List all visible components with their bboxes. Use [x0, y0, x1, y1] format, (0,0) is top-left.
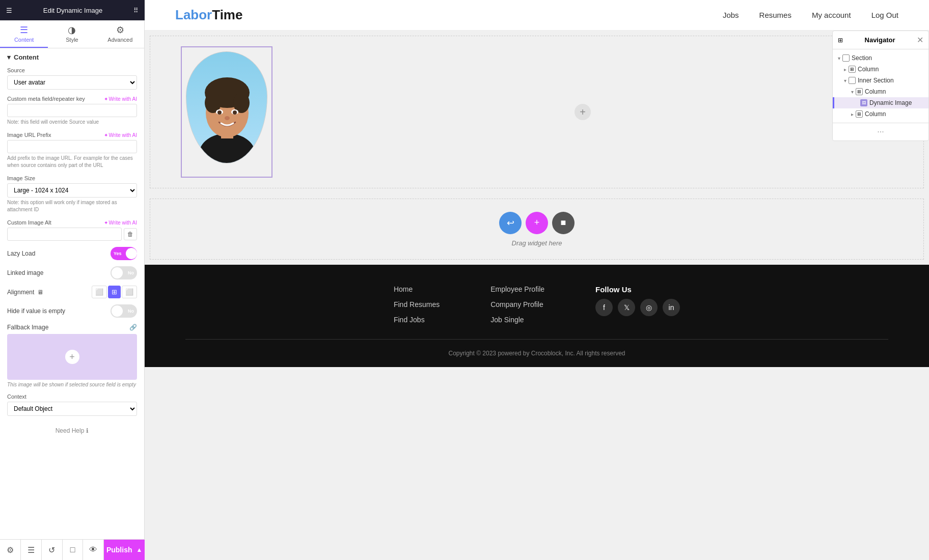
- navigator-more-button[interactable]: ···: [833, 123, 928, 141]
- footer-link-job-single[interactable]: Job Single: [490, 316, 544, 324]
- publish-chevron-icon: ▲: [136, 546, 142, 553]
- linked-image-knob: [112, 267, 123, 278]
- layers-bottom-button[interactable]: ☰: [21, 540, 42, 560]
- nav-item-column-1[interactable]: ▸ ⊞ Column: [833, 64, 928, 75]
- twitter-icon[interactable]: 𝕏: [618, 299, 635, 316]
- image-size-note: Note: this option will work only if imag…: [7, 199, 137, 213]
- context-label: Context: [7, 394, 137, 400]
- align-center-button[interactable]: ⊞: [108, 286, 121, 298]
- site-header: LaborTime Jobs Resumes My account Log Ou…: [145, 0, 929, 31]
- instagram-icon[interactable]: ◎: [640, 299, 658, 316]
- context-select[interactable]: Default Object Post User Term: [7, 402, 137, 416]
- upper-section: + ‹: [150, 36, 924, 188]
- custom-meta-input[interactable]: [7, 104, 137, 117]
- context-group: Context Default Object Post User Term: [7, 394, 137, 416]
- image-size-label: Image Size: [7, 175, 137, 181]
- advanced-tab-icon: ⚙: [116, 24, 124, 36]
- nav-resumes[interactable]: Resumes: [759, 11, 791, 19]
- upper-right: +: [272, 46, 893, 178]
- footer-link-home[interactable]: Home: [394, 285, 440, 293]
- navigator-close-button[interactable]: ✕: [917, 35, 923, 45]
- fallback-link-icon[interactable]: 🔗: [129, 324, 137, 331]
- footer-link-find-resumes[interactable]: Find Resumes: [394, 300, 440, 309]
- linkedin-icon[interactable]: in: [663, 299, 680, 316]
- nav-item-dynamic-image[interactable]: 🖼 Dynamic Image: [833, 97, 928, 108]
- write-ai-link-meta[interactable]: ✦ Write with AI: [104, 96, 137, 102]
- lazy-load-toggle[interactable]: Yes: [111, 247, 137, 260]
- settings-bottom-button[interactable]: ⚙: [0, 540, 21, 560]
- nav-item-inner-section[interactable]: ▾ Inner Section: [833, 75, 928, 86]
- hide-if-empty-toggle[interactable]: No: [111, 304, 137, 318]
- footer-link-company-profile[interactable]: Company Profile: [490, 300, 544, 309]
- column2-icon: ⊞: [856, 88, 863, 95]
- column3-icon: ⊞: [856, 110, 863, 118]
- drag-icon-arrow[interactable]: ↩: [499, 212, 522, 234]
- drag-icon-square[interactable]: ■: [552, 212, 575, 234]
- footer-link-employee-profile[interactable]: Employee Profile: [490, 285, 544, 293]
- social-icons: f 𝕏 ◎ in: [595, 299, 680, 316]
- custom-meta-label: Custom meta field/repeater key ✦ Write w…: [7, 96, 137, 102]
- fallback-image-note: This image will be shown if selected sou…: [7, 382, 137, 387]
- image-url-prefix-label: Image URL Prefix ✦ Write with AI: [7, 132, 137, 138]
- nav-item-section[interactable]: ▾ Section: [833, 52, 928, 64]
- image-widget-wrapper[interactable]: [181, 46, 272, 178]
- add-widget-button[interactable]: +: [575, 104, 591, 120]
- panel-tabs: ☰ Content ◑ Style ⚙ Advanced: [0, 20, 144, 48]
- footer-link-find-jobs[interactable]: Find Jobs: [394, 316, 440, 324]
- lazy-load-label: Lazy Load: [7, 250, 35, 257]
- align-left-button[interactable]: ⬜: [92, 286, 107, 298]
- source-field-group: Source User avatar Post thumbnail Author…: [7, 67, 137, 90]
- nav-my-account[interactable]: My account: [812, 11, 851, 19]
- image-size-select[interactable]: Thumbnail - 150 x 150 Medium - 300 x 300…: [7, 183, 137, 198]
- image-url-prefix-input[interactable]: [7, 140, 137, 153]
- write-ai-link-alt[interactable]: ✦ Write with AI: [104, 220, 137, 226]
- bottom-bar: ⚙ ☰ ↺ □ 👁 Publish ▲: [0, 539, 145, 560]
- drag-section: ↩ + ■ Drag widget here: [150, 199, 924, 260]
- alignment-buttons: ⬜ ⊞ ⬜: [92, 286, 137, 298]
- tab-style[interactable]: ◑ Style: [48, 20, 96, 48]
- publish-button[interactable]: Publish ▲: [104, 540, 145, 560]
- tab-content[interactable]: ☰ Content: [0, 20, 48, 48]
- fallback-image-group: Fallback Image 🔗 + This image will be sh…: [7, 324, 137, 387]
- write-ai-link-prefix[interactable]: ✦ Write with AI: [104, 132, 137, 138]
- navigator-title: Navigator: [865, 36, 895, 44]
- align-right-button[interactable]: ⬜: [122, 286, 137, 298]
- image-size-group: Image Size Thumbnail - 150 x 150 Medium …: [7, 175, 137, 213]
- top-bar: ☰ Edit Dynamic Image ⠿: [0, 0, 145, 20]
- section-expand-arrow: ▾: [838, 55, 840, 61]
- facebook-icon[interactable]: f: [595, 299, 613, 316]
- history-bottom-button[interactable]: ↺: [42, 540, 63, 560]
- fallback-plus-icon: +: [65, 350, 79, 364]
- hamburger-icon[interactable]: ☰: [6, 7, 12, 14]
- source-select[interactable]: User avatar Post thumbnail Author avatar…: [7, 75, 137, 90]
- column3-label: Column: [865, 110, 886, 118]
- footer-col-1: Home Find Resumes Find Jobs: [394, 285, 440, 324]
- panel-content: ▾ Content Source User avatar Post thumbn…: [0, 48, 144, 560]
- main-content: LaborTime Jobs Resumes My account Log Ou…: [145, 0, 929, 560]
- nav-item-column-2[interactable]: ▾ ⊞ Column: [833, 86, 928, 97]
- style-tab-icon: ◑: [68, 24, 76, 36]
- active-indicator: [833, 97, 834, 108]
- custom-image-alt-label: Custom Image Alt ✦ Write with AI: [7, 219, 137, 226]
- custom-image-alt-input[interactable]: [7, 228, 122, 241]
- fallback-image-box[interactable]: +: [7, 334, 137, 380]
- column2-label: Column: [865, 88, 886, 95]
- drag-icon-plus[interactable]: +: [526, 212, 548, 234]
- nav-logout[interactable]: Log Out: [871, 11, 898, 19]
- tab-advanced[interactable]: ⚙ Advanced: [96, 20, 144, 48]
- responsive-bottom-button[interactable]: □: [63, 540, 84, 560]
- navigator-header: ⊞ Navigator ✕: [833, 31, 928, 49]
- need-help[interactable]: Need Help ℹ: [7, 422, 137, 439]
- column1-icon: ⊞: [849, 66, 856, 73]
- preview-bottom-button[interactable]: 👁: [83, 540, 104, 560]
- top-bar-title: Edit Dynamic Image: [43, 7, 102, 14]
- nav-jobs[interactable]: Jobs: [723, 11, 739, 19]
- grid-icon[interactable]: ⠿: [133, 7, 139, 14]
- custom-meta-field-group: Custom meta field/repeater key ✦ Write w…: [7, 96, 137, 126]
- monitor-icon: 🖥: [37, 289, 43, 296]
- linked-image-toggle[interactable]: No: [111, 266, 137, 279]
- fallback-image-label: Fallback Image: [7, 324, 48, 331]
- custom-image-alt-clear-button[interactable]: 🗑: [124, 228, 137, 240]
- nav-tree: ▾ Section ▸ ⊞ Column ▾ Inner Section ▾ ⊞…: [833, 49, 928, 123]
- nav-item-column-3[interactable]: ▸ ⊞ Column: [833, 108, 928, 120]
